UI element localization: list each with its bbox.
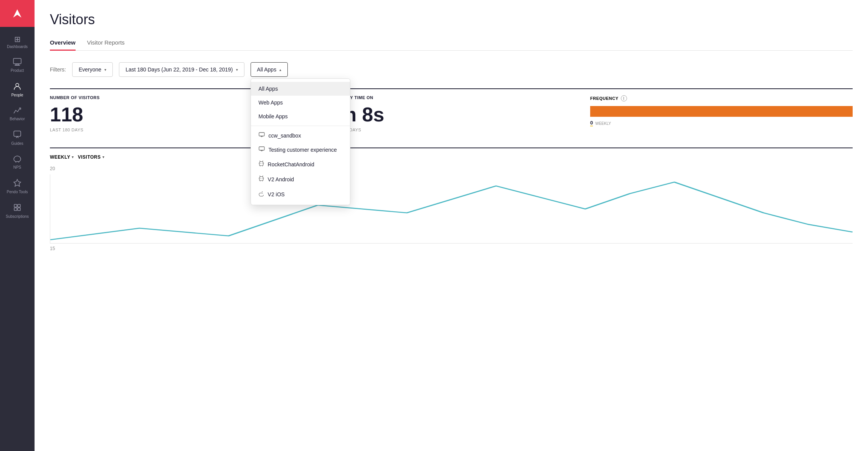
app-dropdown-menu: All Apps Web Apps Mobile Apps: [251, 78, 350, 205]
weekly-title: Weekly ▾ Visitors ▾: [50, 154, 104, 160]
sidebar-item-label: Dashboards: [7, 45, 28, 49]
svg-point-28: [262, 178, 262, 179]
dropdown-item-v2-android[interactable]: V2 Android: [251, 172, 350, 187]
main-content: Visitors Overview Visitor Reports Filter…: [35, 0, 868, 451]
frequency-period: Weekly: [595, 121, 611, 126]
sidebar-item-dashboards[interactable]: ⊞ Dashboards: [0, 31, 35, 53]
v2-ios-label: V2 iOS: [268, 191, 285, 197]
date-range-value: Last 180 Days (Jun 22, 2019 - Dec 18, 20…: [125, 66, 233, 73]
avg-daily-value: 3m 8s: [328, 104, 590, 124]
tab-overview[interactable]: Overview: [50, 35, 76, 51]
dropdown-item-ccw-sandbox[interactable]: ccw_sandbox: [251, 128, 350, 143]
chart-y-20: 20: [50, 166, 853, 171]
svg-line-18: [262, 161, 263, 162]
weekly-visitors-section: Weekly ▾ Visitors ▾ 20 15: [50, 148, 853, 253]
frequency-metric: Frequency i 0 Weekly: [590, 88, 853, 132]
sidebar-item-label: Behavior: [10, 117, 25, 121]
frequency-info-icon[interactable]: i: [621, 95, 627, 101]
dropdown-item-all-apps[interactable]: All Apps: [251, 82, 350, 96]
sidebar-item-label: NPS: [13, 165, 21, 169]
tab-bar: Overview Visitor Reports: [50, 35, 853, 51]
segment-value: Everyone: [79, 66, 101, 73]
svg-rect-1: [13, 58, 21, 64]
svg-point-4: [16, 83, 19, 86]
svg-point-20: [262, 163, 262, 164]
svg-point-27: [260, 178, 261, 179]
segment-filter[interactable]: Everyone ▾: [72, 62, 113, 77]
sidebar: ⊞ Dashboards Product People Beh: [0, 0, 35, 451]
android-icon-2: [259, 176, 264, 183]
sidebar-item-pendo-tools[interactable]: Pendo Tools: [0, 174, 35, 199]
svg-line-17: [259, 161, 260, 162]
dropdown-item-rocketchat-android[interactable]: RocketChatAndroid: [251, 157, 350, 172]
svg-rect-8: [18, 204, 20, 207]
svg-rect-5: [14, 131, 21, 136]
app-chevron-icon: ▴: [279, 68, 281, 72]
filters-label: Filters:: [50, 66, 66, 73]
sidebar-item-subscriptions[interactable]: Subscriptions: [0, 199, 35, 223]
frequency-header: Frequency i: [590, 95, 853, 101]
weekly-chevron-icon[interactable]: ▾: [72, 155, 74, 159]
pendo-tools-icon: [13, 179, 21, 188]
page-title: Visitors: [50, 0, 853, 35]
rocketchat-label: RocketChatAndroid: [268, 161, 314, 167]
testing-label: Testing customer experience: [269, 147, 337, 153]
dropdown-item-v2-ios[interactable]: V2 iOS: [251, 187, 350, 202]
avg-daily-time-metric: Avg. Daily Time On 3m 8s Last 180 Days: [328, 88, 590, 132]
sidebar-item-label: Subscriptions: [6, 214, 29, 219]
date-range-filter[interactable]: Last 180 Days (Jun 22, 2019 - Dec 18, 20…: [119, 62, 244, 77]
monitor-icon-2: [259, 146, 265, 153]
web-apps-label: Web Apps: [259, 99, 283, 106]
filters-row: Filters: Everyone ▾ Last 180 Days (Jun 2…: [50, 62, 853, 77]
svg-line-25: [259, 176, 260, 177]
chart-y-15: 15: [50, 246, 853, 251]
ccw-sandbox-label: ccw_sandbox: [269, 133, 301, 139]
avg-daily-sub: Last 180 Days: [328, 128, 590, 132]
people-icon: [13, 82, 21, 91]
mobile-apps-label: Mobile Apps: [259, 113, 288, 119]
app-filter[interactable]: All Apps ▴: [251, 62, 288, 77]
nps-icon: [13, 155, 21, 164]
segment-chevron-icon: ▾: [104, 68, 106, 72]
tab-visitor-reports[interactable]: Visitor Reports: [87, 35, 125, 51]
svg-point-19: [260, 163, 261, 164]
frequency-annotation: 0 Weekly: [590, 120, 853, 126]
sidebar-item-label: Product: [11, 68, 24, 73]
app-filter-value: All Apps: [257, 66, 277, 73]
svg-rect-10: [18, 208, 20, 211]
behavior-icon: [13, 106, 21, 115]
svg-line-26: [262, 176, 263, 177]
svg-marker-6: [14, 179, 21, 186]
svg-rect-9: [14, 208, 17, 211]
sidebar-item-label: People: [11, 93, 23, 97]
dashboards-icon: ⊞: [14, 35, 21, 43]
avg-daily-label: Avg. Daily Time On: [328, 95, 590, 100]
guides-icon: [13, 130, 21, 140]
svg-rect-14: [259, 147, 264, 150]
dropdown-item-testing-customer-experience[interactable]: Testing customer experience: [251, 143, 350, 157]
sidebar-item-people[interactable]: People: [0, 77, 35, 102]
sidebar-item-product[interactable]: Product: [0, 53, 35, 77]
sidebar-item-guides[interactable]: Guides: [0, 126, 35, 150]
frequency-value: 0: [590, 120, 593, 126]
svg-rect-11: [259, 133, 264, 136]
product-icon: [13, 58, 21, 67]
subscriptions-icon: [13, 203, 21, 213]
metrics-row: Number of Visitors 118 Last 180 Days Avg…: [50, 88, 853, 132]
all-apps-label: All Apps: [259, 86, 278, 92]
dropdown-divider: [251, 126, 350, 126]
sidebar-item-label: Guides: [11, 141, 23, 146]
android-icon: [259, 161, 264, 168]
sidebar-item-nps[interactable]: NPS: [0, 150, 35, 174]
sidebar-item-label: Pendo Tools: [7, 190, 28, 194]
svg-marker-0: [13, 9, 21, 18]
monitor-icon: [259, 132, 265, 139]
visitors-chevron-icon[interactable]: ▾: [102, 155, 105, 159]
frequency-bar-container: [590, 106, 853, 117]
frequency-bar-fill: [590, 106, 853, 117]
sidebar-item-behavior[interactable]: Behavior: [0, 102, 35, 126]
section-header: Weekly ▾ Visitors ▾: [50, 148, 853, 160]
dropdown-item-web-apps[interactable]: Web Apps: [251, 96, 350, 109]
frequency-label: Frequency: [590, 96, 619, 101]
dropdown-item-mobile-apps[interactable]: Mobile Apps: [251, 109, 350, 123]
